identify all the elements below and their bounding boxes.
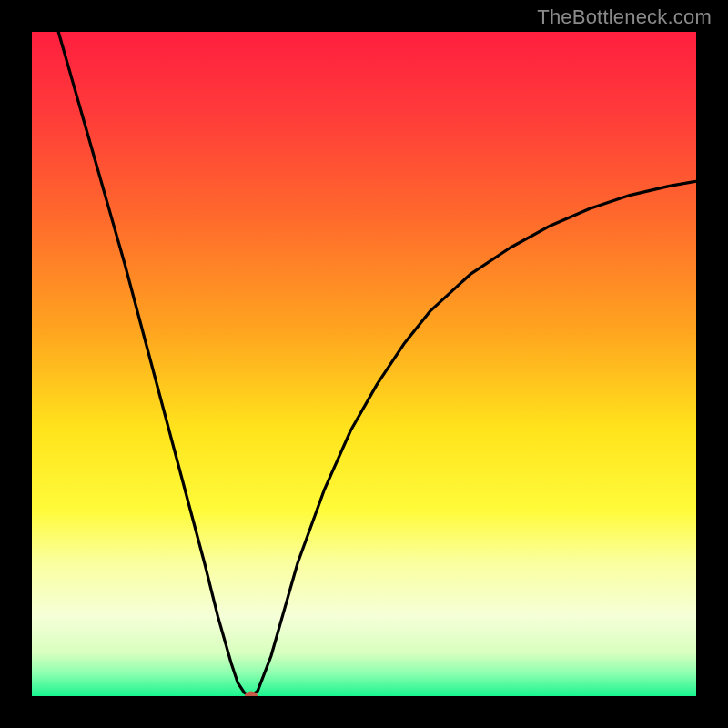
minimum-marker-dot (245, 692, 258, 697)
watermark-text: TheBottleneck.com (537, 5, 712, 29)
bottleneck-curve (58, 32, 696, 696)
curve-layer (32, 32, 696, 696)
plot-area (32, 32, 696, 696)
chart-frame: TheBottleneck.com (0, 0, 728, 728)
